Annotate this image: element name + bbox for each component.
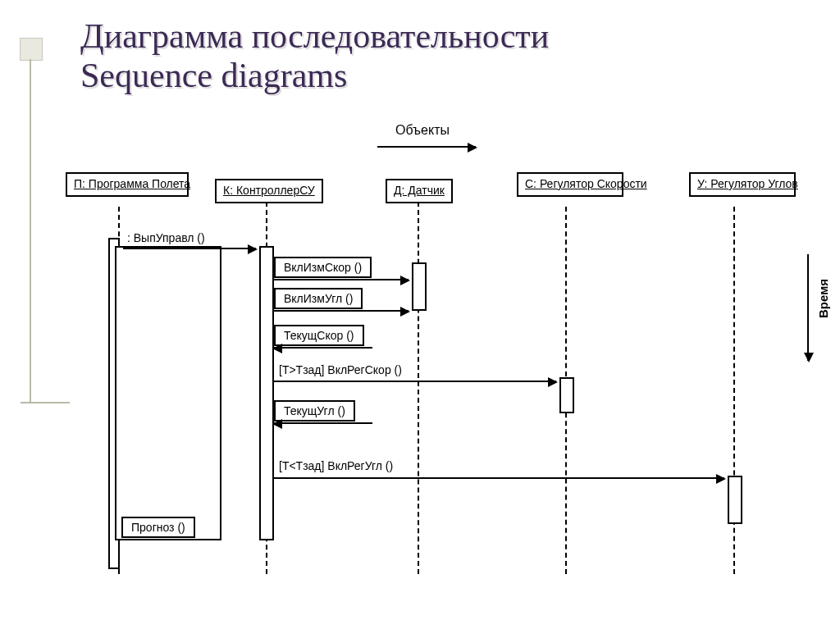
participant-k: К: КонтроллерСУ	[215, 179, 323, 203]
title-line-1: Диаграмма последовательности	[80, 17, 549, 55]
msg-7-label: [Т<Тзад] ВклРегУгл ()	[279, 459, 393, 472]
lifeline-d	[418, 202, 419, 574]
msg-6-box: ТекущУгл ()	[274, 400, 355, 422]
sequence-diagram: Объекты Время П: Программа Полета К: Кон…	[57, 115, 815, 574]
activation-k	[259, 246, 274, 540]
msg-5-label: [Т>Тзад] ВклРегСкор ()	[279, 363, 402, 376]
slide: Диаграмма последовательности Sequence di…	[0, 0, 840, 629]
bullet-decoration	[20, 38, 43, 61]
msg-8-box: Прогноз ()	[121, 517, 195, 538]
msg-6-arrow	[274, 422, 372, 424]
title-line-2: Sequence diagrams	[80, 57, 347, 94]
time-label: Время	[816, 279, 830, 318]
activation-u	[728, 476, 742, 524]
msg-4-box: ТекущСкор ()	[274, 325, 364, 346]
msg-3-box: ВклИзмУгл ()	[274, 288, 363, 309]
msg-4-arrow	[274, 347, 372, 349]
msg-1-label: : ВыпУправл ()	[127, 231, 205, 244]
participant-s: С: Регулятор Скорости	[517, 172, 623, 197]
objects-arrow	[377, 146, 476, 148]
activation-p-inner	[115, 246, 221, 540]
participant-p: П: Программа Полета	[66, 172, 189, 197]
msg-1-arrow	[123, 248, 256, 249]
objects-label: Объекты	[361, 123, 484, 138]
participant-d: Д: Датчик	[386, 179, 453, 203]
msg-2-arrow	[274, 279, 409, 280]
msg-3-arrow	[274, 310, 409, 312]
msg-2-box: ВклИзмСкор ()	[274, 257, 372, 278]
time-axis	[807, 254, 809, 361]
participant-u: У: Регулятор Углов	[689, 172, 796, 197]
activation-d	[412, 262, 427, 311]
msg-7-arrow	[274, 477, 724, 479]
activation-s	[559, 377, 574, 413]
msg-5-arrow	[274, 381, 556, 382]
side-line-decoration	[30, 59, 31, 403]
slide-title: Диаграмма последовательности Sequence di…	[80, 16, 549, 96]
